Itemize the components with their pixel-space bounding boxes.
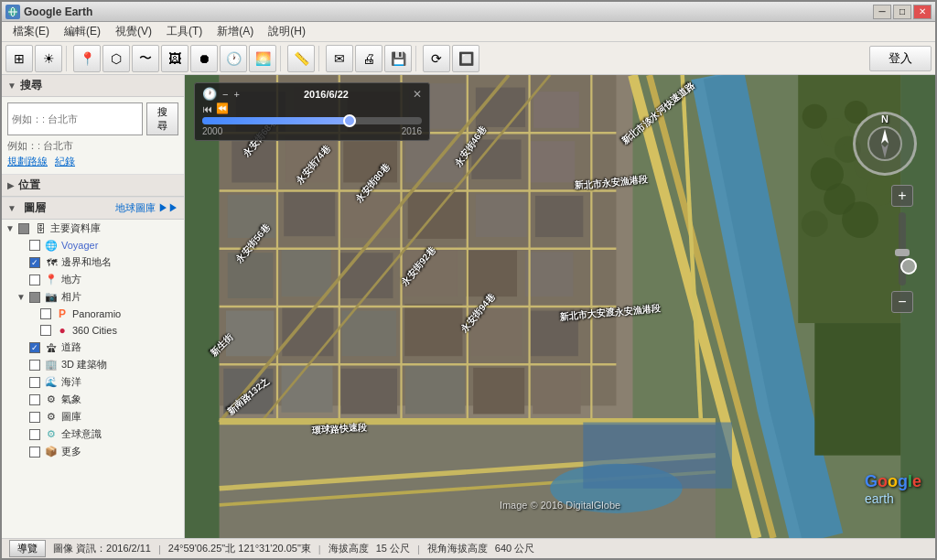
layer-checkbox-global[interactable] — [29, 429, 40, 440]
layer-checkbox-main-db[interactable] — [18, 223, 29, 234]
menu-view[interactable]: 視覺(V) — [108, 22, 159, 41]
layer-checkbox-borders[interactable]: ✓ — [29, 257, 40, 268]
play-start-icon[interactable]: ⏮ — [202, 103, 212, 114]
svg-rect-39 — [405, 362, 465, 414]
position-section-header[interactable]: ▶ 位置 — [2, 175, 184, 197]
svg-rect-40 — [473, 368, 524, 415]
layer-icon-3d: 🏢 — [44, 359, 59, 372]
layer-ocean[interactable]: 🌊 海洋 — [2, 373, 184, 391]
zoom-minus[interactable]: − — [222, 89, 228, 100]
menu-add[interactable]: 新增(A) — [210, 22, 261, 41]
search-section-header[interactable]: ▼ 搜尋 — [2, 75, 184, 97]
sun-button[interactable]: ☀ — [35, 45, 62, 72]
layer-main-db[interactable]: ▼ 🗄 主要資料庫 — [2, 220, 184, 237]
nav-indicator[interactable] — [900, 258, 917, 275]
extra-btn2[interactable]: 🔲 — [452, 45, 479, 72]
ruler-button[interactable]: 📏 — [287, 45, 315, 72]
menu-help[interactable]: 說明(H) — [261, 22, 313, 41]
time-slider[interactable]: 🕐 − + 2016/6/22 ✕ ⏮ ⏪ — [194, 82, 430, 141]
history-link[interactable]: 紀錄 — [55, 155, 75, 168]
layer-roads[interactable]: ✓ 🛣 道路 — [2, 339, 184, 356]
record-tour-button[interactable]: ⏺ — [190, 45, 218, 72]
sun-button2[interactable]: 🌅 — [249, 45, 276, 72]
layer-checkbox-voyager[interactable] — [29, 240, 40, 251]
zoom-in-button[interactable]: + — [891, 185, 913, 207]
layer-global-awareness[interactable]: ⚙ 全球意識 — [2, 425, 184, 443]
zoom-handle[interactable] — [895, 249, 910, 256]
status-bar: 導覽 圖像 資訊：2016/2/11 | 24°59'06.25"北 121°3… — [2, 538, 935, 558]
menu-file[interactable]: 檔案(E) — [5, 22, 57, 41]
maximize-button[interactable]: □ — [893, 5, 911, 19]
image-overlay-button[interactable]: 🖼 — [161, 45, 188, 72]
placemark-button[interactable]: 📍 — [73, 45, 101, 72]
layer-checkbox-more[interactable] — [29, 447, 40, 458]
login-button[interactable]: 登入 — [869, 46, 932, 71]
polygon-button[interactable]: ⬡ — [102, 45, 130, 72]
save-image-button[interactable]: 💾 — [384, 45, 412, 72]
nav-compass[interactable]: N — [853, 112, 917, 176]
time-slider-thumb[interactable] — [343, 114, 356, 127]
prev-icon[interactable]: ⏪ — [216, 102, 229, 114]
layer-voyager[interactable]: 🌐 Voyager — [2, 237, 184, 253]
layer-360cities[interactable]: ● 360 Cities — [2, 322, 184, 339]
path-button[interactable]: 〜 — [132, 45, 159, 72]
layer-weather[interactable]: ⚙ 氣象 — [2, 391, 184, 408]
layer-label-more: 更多 — [61, 445, 180, 458]
layer-label-main-db: 主要資料庫 — [50, 221, 180, 235]
altitude-value: 15 公尺 — [376, 542, 410, 555]
satellite-image — [185, 75, 935, 538]
altitude-label: 海拔高度 — [328, 542, 369, 555]
layer-checkbox-weather[interactable] — [29, 394, 40, 405]
layer-checkbox-photos[interactable] — [29, 292, 40, 303]
layer-3d-buildings[interactable]: 🏢 3D 建築物 — [2, 356, 184, 373]
svg-rect-17 — [530, 141, 576, 182]
layer-checkbox-local[interactable] — [29, 275, 40, 285]
time-slider-track[interactable] — [202, 117, 422, 124]
layer-checkbox-3d[interactable] — [29, 360, 40, 371]
clock-icon: 🕐 — [202, 87, 217, 101]
minimize-button[interactable]: ─ — [873, 5, 891, 19]
layer-local[interactable]: 📍 地方 — [2, 271, 184, 288]
layers-title: 圖層 — [24, 200, 46, 216]
layer-checkbox-gallery[interactable] — [29, 412, 40, 423]
menu-edit[interactable]: 編輯(E) — [57, 22, 108, 41]
historical-imagery-button[interactable]: 🕐 — [220, 45, 247, 72]
layer-checkbox-panoramio[interactable] — [40, 308, 51, 319]
expand-icon-global — [16, 429, 27, 440]
eye-altitude-value: 640 公尺 — [495, 542, 534, 555]
map-area[interactable]: 🕐 − + 2016/6/22 ✕ ⏮ ⏪ — [185, 75, 935, 538]
svg-rect-58 — [814, 323, 900, 456]
svg-rect-22 — [476, 194, 527, 237]
time-controls: ⏮ ⏪ — [202, 102, 422, 114]
extra-btn1[interactable]: ⟳ — [423, 45, 450, 72]
time-slider-close[interactable]: ✕ — [413, 88, 422, 101]
zoom-slider[interactable] — [899, 212, 906, 285]
menu-tools[interactable]: 工具(T) — [159, 22, 210, 41]
layer-label-global: 全球意識 — [61, 427, 180, 441]
layer-panoramio[interactable]: P Panoramio — [2, 306, 184, 322]
layer-more[interactable]: 📦 更多 — [2, 443, 184, 460]
layer-label-local: 地方 — [61, 273, 180, 286]
email-button[interactable]: ✉ — [326, 45, 353, 72]
search-input[interactable] — [7, 102, 143, 135]
compass-ring[interactable]: N — [853, 112, 917, 176]
layer-checkbox-roads[interactable]: ✓ — [29, 342, 40, 353]
earth-library-button[interactable]: 地球圖庫 ▶▶ — [115, 201, 178, 215]
zoom-out-button[interactable]: − — [891, 291, 913, 313]
layer-borders[interactable]: ✓ 🗺 邊界和地名 — [2, 253, 184, 271]
print-button[interactable]: 🖨 — [355, 45, 382, 72]
layer-icon-more: 📦 — [44, 446, 59, 458]
layers-arrow-icon: ▼ — [7, 203, 16, 213]
layer-checkbox-360[interactable] — [40, 325, 51, 336]
plan-route-link[interactable]: 規劃路線 — [7, 155, 48, 168]
layer-photos[interactable]: ▼ 📷 相片 — [2, 288, 184, 306]
toolbar: ⊞ ☀ 📍 ⬡ 〜 🖼 ⏺ 🕐 🌅 📏 ✉ 🖨 💾 ⟳ 🔲 登入 — [2, 42, 935, 75]
layer-gallery[interactable]: ⚙ 圖庫 — [2, 408, 184, 425]
navigate-button[interactable]: ⊞ — [5, 45, 33, 72]
search-button[interactable]: 搜尋 — [146, 102, 178, 135]
compass-icon — [867, 125, 903, 162]
close-button[interactable]: ✕ — [913, 5, 932, 19]
layer-checkbox-ocean[interactable] — [29, 377, 40, 388]
navigate-mode-button[interactable]: 導覽 — [9, 540, 46, 557]
layers-header[interactable]: ▼ 圖層 地球圖庫 ▶▶ — [2, 198, 184, 220]
